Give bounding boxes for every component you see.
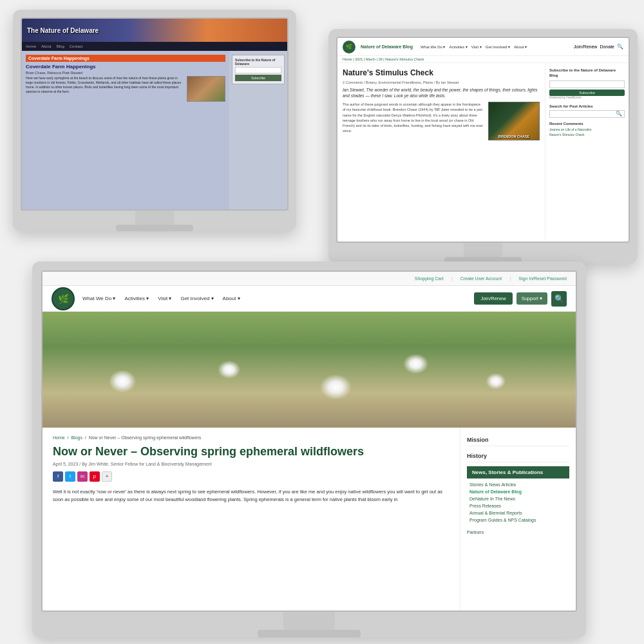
- screen3-signin-link[interactable]: Sign In/Reset Password: [518, 276, 567, 281]
- screen3-join-button[interactable]: Join/Renew: [474, 292, 512, 305]
- screen1-nav-blog: Blog: [57, 44, 64, 48]
- screen2-search-box[interactable]: 🔍: [549, 110, 625, 118]
- screen1-body: Coverdale Farm Happenings Coverdale Farm…: [22, 51, 287, 209]
- screen3-instagram-icon[interactable]: in: [77, 471, 88, 482]
- screen2-main-area: Nature's Stimulus Check 2 Comments / Bot…: [337, 63, 545, 240]
- screen2-breadcrumb: Home | 2021 | March | 26 | Nature's Stim…: [337, 56, 629, 63]
- screen3-social-icons: f t in p +: [53, 471, 450, 482]
- monitor-3-screen: Shopping Cart | Create User Account | Si…: [41, 270, 577, 612]
- screen3-create-account-link[interactable]: Create User Account: [460, 276, 502, 281]
- screen2-nav-whatwedo: What We Do ▾: [421, 44, 446, 49]
- screen3-sidebar-partners: Partners: [467, 527, 569, 535]
- screen3-hero-image: [43, 312, 576, 428]
- screen3-flowers-overlay: [43, 312, 576, 428]
- screen1-subscribe-input[interactable]: [235, 67, 281, 73]
- screen3-logo: 🌿: [52, 287, 75, 310]
- screen3-sep-1: |: [451, 276, 453, 281]
- screen3-breadcrumb-blogs[interactable]: Blogs: [71, 435, 82, 440]
- monitor-2-screen: 🌿 Nature of Delaware Blog What We Do ▾ A…: [336, 37, 630, 243]
- screen3-breadcrumb: Home / Blogs / Now or Never – Observing …: [53, 435, 450, 440]
- screen2-search-section-title: Search for Past Articles: [549, 104, 625, 108]
- screen3-news-section-header: News, Stories & Publications: [467, 466, 569, 478]
- screen3-sidebar-blog-link[interactable]: Nature of Delaware Blog: [467, 488, 569, 495]
- screen2-search-go-icon[interactable]: 🔍: [614, 111, 624, 117]
- screen3-sidebar-annual-reports-link[interactable]: Annual & Biennial Reports: [467, 509, 569, 516]
- screen2-nav-donate: Donate: [600, 44, 614, 49]
- monitor-3-base: [258, 630, 361, 638]
- screen1-post-tag: Coverdale Farm Happenings: [26, 55, 225, 62]
- screen2-article-intro: Ian Stewart, The wonder of the world, th…: [343, 87, 540, 100]
- screen1-subscribe-label: Subscribe to the Nature of Delaware: [235, 58, 281, 66]
- screen2-nav-getinvolved: Get Involved ▾: [486, 44, 510, 49]
- screen2-body: Nature's Stimulus Check 2 Comments / Bot…: [337, 63, 629, 240]
- monitor-1-screen: The Nature of Delaware Home About Blog C…: [21, 17, 289, 211]
- screen2-logo: 🌿: [343, 41, 355, 53]
- screen3-breadcrumb-current: Now or Never – Observing spring ephemera…: [89, 435, 202, 440]
- screen2-sidebar: Subscribe to the Nature of Delaware Blog…: [545, 63, 629, 240]
- screen3-nav-visit[interactable]: Visit ▾: [158, 296, 171, 301]
- screen2-nav-joinrenew: Join/Renew: [574, 44, 598, 49]
- monitor-1-stand: [135, 211, 174, 225]
- screen1-post-meta: Brian Chase, Rebecca Piatt-Stewart: [26, 71, 225, 75]
- screen2-subscribe-section: Subscribe to the Nature of Delaware Blog…: [549, 68, 625, 99]
- monitor-2: 🌿 Nature of Delaware Blog What We Do ▾ A…: [328, 29, 638, 263]
- screen3-sep-2: |: [509, 276, 511, 281]
- screen2-subscribe-title: Subscribe to the Nature of Delaware Blog: [549, 68, 625, 79]
- screen2-recent-link: Nature's Stimulus Check: [549, 132, 625, 137]
- screen2-article-title: Nature's Stimulus Check: [343, 68, 540, 79]
- screen1-nav-contact: Contact: [70, 44, 83, 48]
- screen2-nav-activities: Activities ▾: [450, 44, 468, 49]
- screen3-sidebar-denature-link[interactable]: DeNature In The News: [467, 495, 569, 502]
- screen2-nav-right: Join/Renew Donate 🔍: [574, 44, 623, 50]
- screen3-sidebar-mission: Mission: [467, 434, 569, 446]
- screen3-nav-right: Join/Renew Support ▾ 🔍: [474, 291, 567, 307]
- screen3-pinterest-icon[interactable]: p: [90, 471, 100, 482]
- screen1-post-heading: Coverdale Farm Happenings: [26, 64, 225, 70]
- screen1-nav-about: About: [41, 44, 52, 48]
- screen3-facebook-icon[interactable]: f: [53, 471, 63, 482]
- screen2-email-input[interactable]: [549, 80, 625, 88]
- screen3-sidebar-pressreleases-link[interactable]: Press Releases: [467, 502, 569, 509]
- screen3-nav-getinvolved[interactable]: Get Involved ▾: [180, 296, 213, 301]
- screen1-farm-image: [187, 76, 225, 102]
- screen3-sidebar-programguides-link[interactable]: Program Guides & NPS Catalogs: [467, 516, 569, 524]
- screen3-main-content: Home / Blogs / Now or Never – Observing …: [43, 428, 460, 611]
- screen3-sidebar-history: History: [467, 450, 569, 462]
- screen2-brand: Nature of Delaware Blog: [361, 44, 413, 49]
- screen3-twitter-icon[interactable]: t: [65, 471, 75, 482]
- screen3-nav-activities[interactable]: Activities ▾: [124, 296, 149, 301]
- monitor-3-stand: [283, 612, 335, 630]
- screen2-recent-title: Recent Comments: [549, 122, 625, 126]
- screen2-search-icon[interactable]: 🔍: [617, 44, 623, 50]
- screen2-subscribe-button[interactable]: Subscribe: [549, 90, 625, 96]
- screen3-article-meta: April 5, 2023 / By Jim White, Senior Fel…: [53, 462, 450, 466]
- screen3-content-area: Home / Blogs / Now or Never – Observing …: [43, 428, 576, 611]
- screen3-shopping-cart-link[interactable]: Shopping Cart: [415, 276, 444, 281]
- screen3-sidebar-stories-link[interactable]: Stories & News Articles: [467, 481, 569, 488]
- screen3-breadcrumb-home[interactable]: Home: [53, 435, 65, 440]
- screen3-search-button[interactable]: 🔍: [551, 291, 567, 307]
- screen2-book-label: BRENDON CHASE: [497, 133, 531, 140]
- screen3-nav-about[interactable]: About ▾: [223, 296, 240, 301]
- screen3-content: Shopping Cart | Create User Account | Si…: [43, 272, 576, 611]
- screen2-delivered-label: Delivered by FeedBurner: [549, 96, 625, 99]
- screen3-more-share-icon[interactable]: +: [102, 471, 112, 482]
- screen2-nav: What We Do ▾ Activities ▾ Visit ▾ Get In…: [421, 44, 527, 49]
- screen1-subscribe-box: Subscribe to the Nature of Delaware Subs…: [232, 55, 285, 84]
- screen3-sidebar-news: News, Stories & Publications Stories & N…: [467, 466, 569, 524]
- screen2-article-meta: 2 Comments / Botany, Environmental Frien…: [343, 80, 540, 84]
- screen1-subscribe-button[interactable]: Subscribe: [235, 75, 281, 81]
- screen3-history-title: History: [467, 450, 569, 462]
- screen3-nav-whatwedo[interactable]: What We Do ▾: [82, 296, 115, 301]
- monitor-2-stand: [464, 243, 502, 257]
- screen1-title: The Nature of Delaware: [27, 27, 99, 34]
- screen2-book-image: BRENDON CHASE: [488, 102, 540, 140]
- screen3-support-button[interactable]: Support ▾: [516, 292, 547, 305]
- screen3-nav: 🌿 What We Do ▾ Activities ▾ Visit ▾ Get …: [43, 286, 576, 312]
- screen2-search-input[interactable]: [550, 111, 614, 117]
- monitor-1: The Nature of Delaware Home About Blog C…: [13, 10, 296, 231]
- monitor-3: Shopping Cart | Create User Account | Si…: [32, 261, 586, 638]
- screen1-sidebar: Subscribe to the Nature of Delaware Subs…: [229, 51, 287, 209]
- screen3-article-body: Well it is not exactly 'now or never' as…: [53, 488, 450, 505]
- monitor-1-base: [116, 225, 193, 231]
